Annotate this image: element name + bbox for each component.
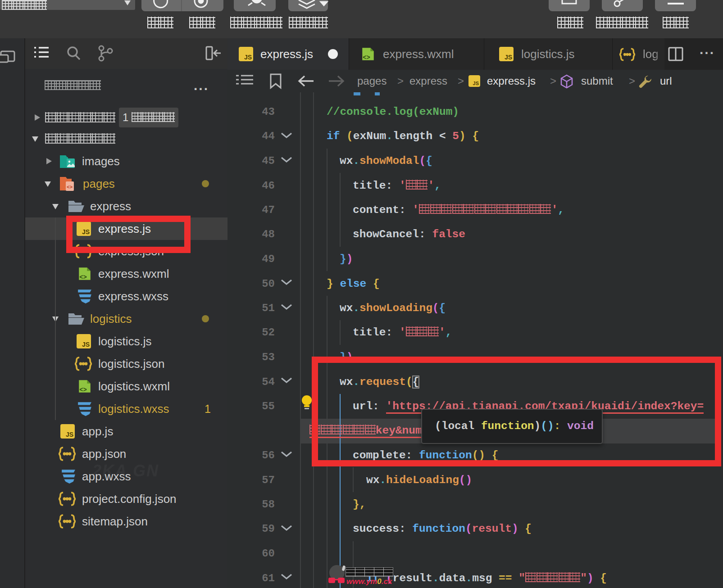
svg-text:<>: <> bbox=[79, 274, 87, 281]
svg-text:<>: <> bbox=[67, 185, 73, 190]
svg-text:<>: <> bbox=[79, 387, 87, 394]
svg-text:<>: <> bbox=[363, 54, 370, 61]
